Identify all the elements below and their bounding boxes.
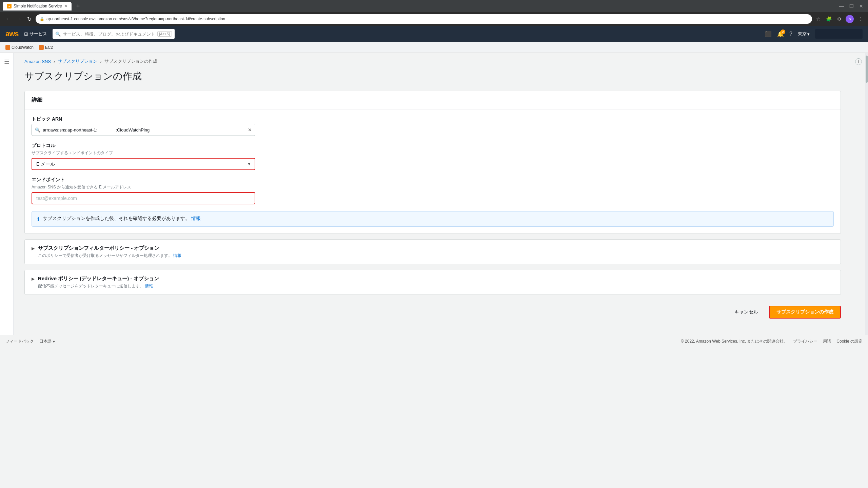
topic-arn-search-icon: 🔍 bbox=[35, 127, 40, 133]
footer-right: © 2022, Amazon Web Services, Inc. またはその関… bbox=[681, 339, 863, 344]
region-label: 東京 bbox=[798, 31, 807, 37]
win-restore[interactable]: ❐ bbox=[847, 3, 856, 9]
page-title: サブスクリプションの作成 bbox=[24, 70, 841, 83]
feedback-link[interactable]: フィードバック bbox=[5, 339, 34, 344]
cloudshell-icon[interactable]: ⬛ bbox=[765, 31, 772, 37]
protocol-sublabel: サブスクライブするエンドポイントのタイプ bbox=[32, 150, 834, 156]
details-card: 詳細 トピック ARN 🔍 ✕ プロトコル サブスクライブするエンドポイントのタ… bbox=[24, 91, 841, 234]
protocol-select-wrapper: E メール HTTP HTTPS Email-JSON Amazon SQS A… bbox=[32, 158, 255, 170]
filter-policy-subtitle-text: このポリシーで受信者が受け取るメッセージがフィルター処理されます。 bbox=[38, 253, 172, 258]
bookmark-ec2[interactable]: EC2 bbox=[39, 45, 53, 50]
global-search[interactable]: 🔍 [Alt+S] bbox=[53, 29, 175, 39]
bookmark-icon[interactable]: ☆ bbox=[815, 15, 822, 23]
protocol-select[interactable]: E メール HTTP HTTPS Email-JSON Amazon SQS A… bbox=[32, 158, 255, 170]
topic-arn-input[interactable] bbox=[32, 124, 255, 136]
breadcrumb: Amazon SNS › サブスクリプション › サブスクリプションの作成 bbox=[24, 58, 841, 64]
privacy-link[interactable]: プライバシー bbox=[793, 339, 817, 344]
tab-close-button[interactable]: ✕ bbox=[64, 4, 67, 8]
aws-nav-right: ⬛ 🔔 2 ? 東京 ▾ bbox=[765, 29, 863, 39]
scrollbar[interactable] bbox=[865, 53, 868, 335]
topic-arn-field: トピック ARN 🔍 ✕ bbox=[32, 116, 834, 136]
back-button[interactable]: ← bbox=[4, 15, 12, 23]
filter-policy-subtitle: このポリシーで受信者が受け取るメッセージがフィルター処理されます。 情報 bbox=[38, 253, 181, 259]
address-bar-row: ← → ↻ 🔒 ap-northeast-1.console.aws.amazo… bbox=[0, 12, 868, 26]
reload-button[interactable]: ↻ bbox=[26, 15, 33, 24]
cloudwatch-favicon bbox=[5, 45, 10, 50]
scrollbar-thumb[interactable] bbox=[866, 56, 868, 83]
filter-policy-header[interactable]: ▶ サブスクリプションフィルターポリシー - オプション このポリシーで受信者が… bbox=[25, 240, 841, 264]
terms-link[interactable]: 用語 bbox=[823, 339, 831, 344]
settings-icon[interactable]: ⚙ bbox=[836, 15, 843, 23]
redrive-policy-card: ▶ Redrive ポリシー (デッドレターキュー) - オプション 配信不能メ… bbox=[24, 270, 841, 295]
redrive-policy-subtitle: 配信不能メッセージをデッドレターキューに送信します。 情報 bbox=[38, 283, 159, 289]
breadcrumb-subscriptions[interactable]: サブスクリプション bbox=[58, 58, 97, 64]
browser-tab[interactable]: ▲ Simple Notification Service ✕ bbox=[3, 2, 72, 11]
tab-title: Simple Notification Service bbox=[14, 4, 62, 8]
breadcrumb-amazon-sns[interactable]: Amazon SNS bbox=[24, 59, 51, 64]
details-card-header: 詳細 bbox=[25, 91, 841, 109]
create-subscription-button[interactable]: サブスクリプションの作成 bbox=[769, 306, 841, 319]
redrive-policy-title: Redrive ポリシー (デッドレターキュー) - オプション bbox=[38, 276, 159, 282]
bookmarks-bar: CloudWatch EC2 bbox=[0, 42, 868, 53]
new-tab-button[interactable]: + bbox=[74, 3, 82, 10]
profile-button[interactable]: h bbox=[846, 15, 854, 23]
footer-left: フィードバック 日本語 ▾ bbox=[5, 339, 55, 344]
sidebar-toggle[interactable]: ☰ bbox=[0, 53, 14, 335]
right-sidebar: i bbox=[852, 53, 865, 335]
cloudwatch-label: CloudWatch bbox=[12, 45, 34, 50]
info-link[interactable]: 情報 bbox=[191, 216, 201, 221]
cancel-button[interactable]: キャンセル bbox=[729, 306, 764, 318]
win-close[interactable]: ✕ bbox=[857, 3, 865, 9]
browser-tab-bar: ▲ Simple Notification Service ✕ + — ❐ ✕ bbox=[0, 0, 868, 12]
main-content: Amazon SNS › サブスクリプション › サブスクリプションの作成 サブ… bbox=[14, 53, 852, 335]
menu-icon[interactable]: ⋮ bbox=[856, 15, 864, 23]
notification-badge: 2 bbox=[781, 29, 785, 34]
extensions-icon[interactable]: 🧩 bbox=[825, 15, 833, 23]
page-layout: ☰ Amazon SNS › サブスクリプション › サブスクリプションの作成 … bbox=[0, 53, 868, 335]
filter-policy-link[interactable]: 情報 bbox=[173, 253, 181, 258]
protocol-label: プロトコル bbox=[32, 143, 834, 149]
endpoint-field: エンドポイント Amazon SNS から通知を受信できる E メールアドレス bbox=[32, 177, 834, 204]
breadcrumb-sep-1: › bbox=[54, 59, 55, 64]
hamburger-icon[interactable]: ☰ bbox=[4, 58, 9, 66]
footer-actions: キャンセル サブスクリプションの作成 bbox=[24, 300, 841, 324]
lock-icon: 🔒 bbox=[40, 17, 44, 21]
info-icon: ℹ bbox=[37, 216, 39, 222]
forward-button[interactable]: → bbox=[15, 15, 23, 23]
filter-policy-expand-icon: ▶ bbox=[32, 246, 35, 251]
help-icon[interactable]: ? bbox=[789, 31, 792, 37]
bookmark-cloudwatch[interactable]: CloudWatch bbox=[5, 45, 34, 50]
cloudshell-icon-wrapper: ⬛ bbox=[765, 31, 772, 37]
search-shortcut: [Alt+S] bbox=[157, 31, 172, 37]
region-chevron-icon: ▾ bbox=[807, 32, 810, 37]
search-icon: 🔍 bbox=[55, 32, 61, 37]
endpoint-input-wrapper bbox=[32, 192, 255, 204]
endpoint-input[interactable] bbox=[32, 192, 255, 204]
ec2-label: EC2 bbox=[45, 45, 53, 50]
info-box: ℹ サブスクリプションを作成した後、それを確認する必要があります。 情報 bbox=[32, 211, 834, 227]
search-input[interactable] bbox=[63, 32, 155, 37]
services-menu[interactable]: ⊞ サービス bbox=[24, 31, 47, 37]
breadcrumb-current: サブスクリプションの作成 bbox=[104, 58, 157, 64]
cookie-link[interactable]: Cookie の設定 bbox=[836, 339, 863, 344]
browser-action-buttons: ☆ 🧩 ⚙ h ⋮ bbox=[815, 15, 864, 23]
win-minimize[interactable]: — bbox=[837, 3, 846, 9]
info-message: サブスクリプションを作成した後、それを確認する必要があります。 bbox=[43, 216, 190, 221]
filter-policy-card: ▶ サブスクリプションフィルターポリシー - オプション このポリシーで受信者が… bbox=[24, 239, 841, 264]
redrive-policy-header[interactable]: ▶ Redrive ポリシー (デッドレターキュー) - オプション 配信不能メ… bbox=[25, 270, 841, 294]
account-selector[interactable] bbox=[815, 29, 863, 39]
topic-arn-wrapper: 🔍 ✕ bbox=[32, 124, 255, 136]
copyright-text: © 2022, Amazon Web Services, Inc. またはその関… bbox=[681, 339, 788, 344]
aws-nav-bar: aws ⊞ サービス 🔍 [Alt+S] ⬛ 🔔 2 ? 東京 ▾ bbox=[0, 26, 868, 42]
aws-logo: aws bbox=[5, 29, 19, 38]
endpoint-sublabel: Amazon SNS から通知を受信できる E メールアドレス bbox=[32, 184, 834, 190]
address-bar[interactable]: 🔒 ap-northeast-1.console.aws.amazon.com/… bbox=[36, 14, 812, 24]
redrive-policy-link[interactable]: 情報 bbox=[145, 284, 153, 288]
tab-favicon: ▲ bbox=[7, 4, 12, 8]
redrive-policy-expand-icon: ▶ bbox=[32, 277, 35, 281]
topic-arn-clear-icon[interactable]: ✕ bbox=[248, 127, 252, 133]
region-selector[interactable]: 東京 ▾ bbox=[798, 31, 810, 37]
language-selector[interactable]: 日本語 ▾ bbox=[39, 339, 55, 344]
context-help-icon[interactable]: i bbox=[855, 58, 862, 65]
services-label: サービス bbox=[29, 31, 47, 37]
